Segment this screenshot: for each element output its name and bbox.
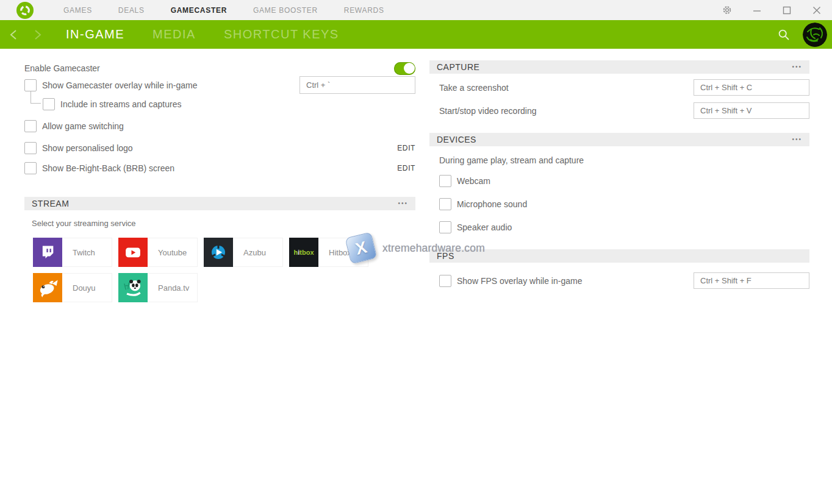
brb-screen-edit-link[interactable]: EDIT [397,164,415,172]
include-streams-label: Include in streams and captures [60,99,181,109]
game-switching-row: Allow game switching [24,120,415,132]
tab-media[interactable]: MEDIA [152,27,196,41]
tree-connector-line [30,91,41,104]
personalised-logo-edit-link[interactable]: EDIT [397,144,415,152]
fps-section-title: FPS [437,251,454,261]
service-label: Youtube [148,238,197,266]
devices-subtitle: During game play, stream and capture [429,155,809,165]
video-recording-label: Start/stop video recording [439,106,537,116]
fps-section-header: FPS [429,249,809,263]
minimize-button[interactable] [752,5,762,15]
brb-screen-row: Show Be-Right-Back (BRB) screen EDIT [24,162,415,174]
service-label: Hitbox [318,238,368,266]
screenshot-row: Take a screenshot [429,79,809,96]
devices-section-title: DEVICES [437,135,476,144]
video-recording-row: Start/stop video recording [429,102,809,119]
razer-cortex-window: GAMES DEALS GAMECASTER GAME BOOSTER REWA… [0,0,832,504]
enable-gamecaster-label: Enable Gamecaster [24,63,100,73]
tab-deals[interactable]: DEALS [118,6,145,15]
capture-overflow-menu-icon[interactable]: ••• [792,64,802,70]
fps-overlay-checkbox[interactable] [439,275,451,287]
service-tile-youtube[interactable]: Youtube [118,238,198,267]
title-bar: GAMES DEALS GAMECASTER GAME BOOSTER REWA… [0,0,832,20]
settings-gear-icon[interactable] [722,5,732,15]
enable-gamecaster-toggle[interactable] [394,62,415,75]
capture-section-title: CAPTURE [437,62,479,72]
tab-rewards[interactable]: REWARDS [344,6,384,15]
include-streams-checkbox[interactable] [43,98,55,110]
game-switching-checkbox[interactable] [24,120,37,132]
twitch-icon [33,238,62,267]
stream-overflow-menu-icon[interactable]: ••• [398,201,408,207]
service-label: Panda.tv [148,274,197,302]
service-label: Douyu [62,274,112,302]
video-recording-hotkey-input[interactable] [694,102,809,119]
window-controls [722,5,822,15]
service-tile-twitch[interactable]: Twitch [33,238,112,267]
screenshot-label: Take a screenshot [439,83,509,93]
include-streams-row: Include in streams and captures [24,98,415,110]
speaker-row: Speaker audio [429,221,809,233]
forward-chevron-icon[interactable] [32,29,43,41]
gamecaster-nav-bar: IN-GAME MEDIA SHORTCUT KEYS [0,20,832,49]
fps-overlay-row: Show FPS overlay while in-game [429,272,809,289]
main-nav: GAMES DEALS GAMECASTER GAME BOOSTER REWA… [63,6,384,15]
tab-game-booster[interactable]: GAME BOOSTER [253,6,318,15]
maximize-button[interactable] [782,5,792,15]
service-label: Twitch [62,238,112,266]
hitbox-icon: hitbox [289,238,318,267]
brb-screen-label: Show Be-Right-Back (BRB) screen [42,163,174,173]
youtube-icon [118,238,148,267]
service-tile-azubu[interactable]: Azubu [204,238,283,267]
screenshot-hotkey-input[interactable] [694,79,809,96]
close-button[interactable] [812,5,822,15]
show-overlay-checkbox[interactable] [24,79,37,91]
service-tile-douyu[interactable]: Douyu [33,273,112,302]
stream-subtitle: Select your streaming service [32,219,415,228]
webcam-row: Webcam [429,175,809,187]
overlay-setting-row: Show Gamecaster overlay while in-game [24,76,415,94]
enable-gamecaster-row: Enable Gamecaster [24,62,415,75]
personalised-logo-checkbox[interactable] [24,142,37,154]
overlay-hotkey-input[interactable] [299,76,415,94]
microphone-label: Microphone sound [457,199,527,209]
history-nav [9,29,43,41]
stream-section-header: STREAM ••• [24,197,415,210]
capture-section-header: CAPTURE ••• [429,60,809,74]
gamecaster-sub-nav: IN-GAME MEDIA SHORTCUT KEYS [66,27,339,41]
in-game-settings-panel: Enable Gamecaster Show Gamecaster overla… [0,49,832,504]
general-settings-column: Enable Gamecaster Show Gamecaster overla… [24,49,415,302]
personalised-logo-label: Show personalised logo [42,143,133,153]
microphone-checkbox[interactable] [439,198,451,210]
speaker-checkbox[interactable] [439,221,451,233]
speaker-label: Speaker audio [457,222,512,232]
tab-shortcut-keys[interactable]: SHORTCUT KEYS [224,27,339,41]
tab-in-game[interactable]: IN-GAME [66,27,124,41]
tab-games[interactable]: GAMES [63,6,92,15]
devices-overflow-menu-icon[interactable]: ••• [792,137,802,143]
show-overlay-label: Show Gamecaster overlay while in-game [42,80,197,90]
streaming-services-row-1: Twitch Youtube [33,238,415,267]
webcam-label: Webcam [457,176,490,186]
fps-hotkey-input[interactable] [694,272,809,289]
brb-screen-checkbox[interactable] [24,162,37,174]
capture-settings-column: CAPTURE ••• Take a screenshot Start/stop… [429,49,809,289]
streaming-services-row-2: Douyu [33,273,415,302]
azubu-icon [204,238,233,267]
back-chevron-icon[interactable] [9,29,19,41]
devices-section-header: DEVICES ••• [429,133,809,146]
cortex-logo-icon [16,2,34,19]
fps-overlay-label: Show FPS overlay while in-game [457,276,582,286]
microphone-row: Microphone sound [429,198,809,210]
stream-section-title: STREAM [32,199,69,208]
service-tile-pandatv[interactable]: Panda.tv [118,273,198,302]
search-icon[interactable] [778,29,790,41]
tab-gamecaster[interactable]: GAMECASTER [171,6,227,15]
personalised-logo-row: Show personalised logo EDIT [24,142,415,154]
user-avatar[interactable] [803,23,827,47]
game-switching-label: Allow game switching [42,121,124,131]
pandatv-icon [118,273,148,302]
service-tile-hitbox[interactable]: hitbox Hitbox [289,238,368,267]
webcam-checkbox[interactable] [439,175,451,187]
douyu-icon [33,273,62,302]
